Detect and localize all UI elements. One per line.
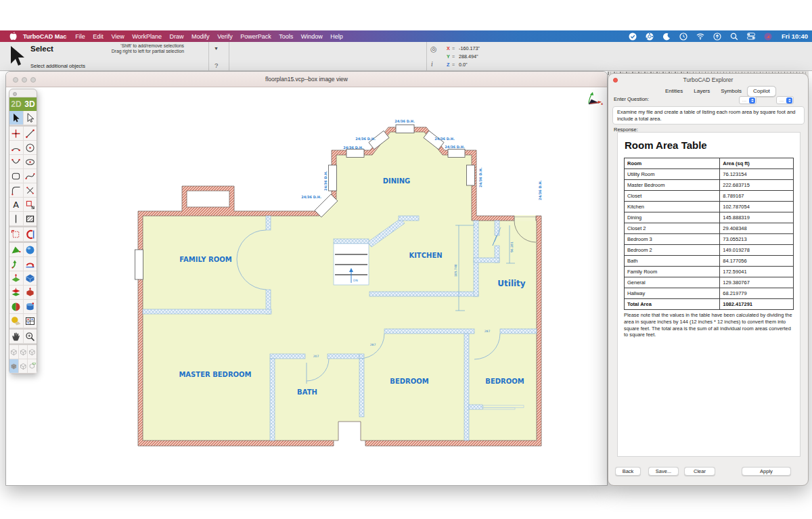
svg-text:A: A (13, 199, 19, 209)
history-popup-button[interactable]: ... (739, 96, 757, 104)
palette-tool-ellipse[interactable] (24, 155, 37, 169)
palette-tool-plus[interactable] (9, 127, 24, 141)
palette-tool-circle[interactable] (24, 141, 37, 155)
palette-tool-cube-blue[interactable] (24, 271, 37, 286)
palette-tool-gray-cube[interactable] (9, 359, 19, 374)
clock-icon[interactable] (679, 32, 687, 41)
menu-item-workplane[interactable]: WorkPlane (132, 33, 162, 40)
menu-item-window[interactable]: Window (301, 33, 323, 40)
compass-icon[interactable]: ◎ (430, 45, 437, 53)
palette-tool-zoom-tool[interactable] (24, 330, 37, 344)
options-popup-button[interactable]: ... (776, 96, 794, 104)
palette-tool-text-tool[interactable]: A (9, 198, 24, 212)
menu-item-powerpack[interactable]: PowerPack (240, 33, 271, 40)
palette-tool-diamonds[interactable] (9, 286, 24, 300)
palette-tool-wire-cube[interactable] (28, 345, 37, 359)
cell-total-label: Total Area (625, 299, 720, 310)
tool-help-button[interactable]: ? (215, 62, 218, 69)
palette-tool-sphere-blue[interactable] (24, 243, 37, 257)
palette-tool-cylinder-blue[interactable] (24, 300, 37, 314)
wifi-icon[interactable] (696, 32, 704, 41)
menu-item-tools[interactable]: Tools (279, 33, 293, 40)
palette-tool-sphere-yellow[interactable] (9, 314, 24, 328)
palette-tool-cursor-filled[interactable] (9, 111, 24, 125)
palette-tool-dimension[interactable] (24, 198, 37, 212)
palette-titlebar[interactable] (9, 89, 37, 97)
explorer-title: TurboCAD Explorer (608, 74, 808, 85)
close-button[interactable] (13, 77, 18, 83)
tool-dropdown-arrow[interactable]: ▼ (214, 46, 219, 51)
assistant-icon[interactable] (764, 32, 772, 41)
menu-item-view[interactable]: View (111, 33, 124, 40)
question-input[interactable]: Examine my file and create a table of li… (612, 106, 805, 125)
palette-tool-wire-cube[interactable] (19, 345, 28, 359)
palette-tool-cross[interactable] (24, 183, 37, 198)
moon-icon[interactable] (662, 32, 671, 41)
svg-text:24/36 D.H.: 24/36 D.H. (478, 167, 482, 187)
palette-tool-wire-cube[interactable] (9, 345, 19, 359)
apple-icon[interactable] (9, 32, 17, 41)
palette-tool-arc[interactable] (9, 141, 24, 155)
palette-tool-hand-tool[interactable] (9, 330, 24, 344)
palette-tool-line[interactable] (24, 127, 37, 141)
palette-tool-arc-red[interactable] (24, 257, 37, 271)
palette-tool-rounded-rect[interactable] (9, 169, 24, 183)
zoom-button[interactable] (30, 77, 36, 83)
menu-item-draw[interactable]: Draw (170, 33, 184, 40)
drawing-canvas[interactable]: DN (6, 87, 607, 485)
cell-area: 76.123154 (720, 169, 794, 180)
palette-tool-pick-rect[interactable] (9, 227, 24, 242)
drawing-window-title: floorplan15.vcp--box image view (6, 76, 607, 83)
palette-tool-fillet[interactable] (9, 183, 24, 198)
svg-text:24/36 D.H.: 24/36 D.H. (445, 145, 465, 149)
menu-item-modify[interactable]: Modify (191, 33, 210, 40)
arrow-up-circle-icon[interactable] (713, 32, 721, 41)
cell-room: Family Room (625, 267, 720, 277)
palette-tool-grid-tool[interactable] (24, 314, 37, 328)
palette-tool-vline[interactable] (9, 212, 24, 226)
palette-tool-tri-3d[interactable] (9, 243, 24, 257)
menu-app-name[interactable]: TurboCAD Mac (23, 33, 66, 40)
svg-text:DN: DN (353, 279, 358, 282)
control-center-icon[interactable] (747, 32, 755, 41)
palette-tool-spline[interactable] (24, 169, 37, 183)
palette-2d-3d-toggle[interactable]: 2D 3D (9, 97, 37, 111)
palette-tool-box-red[interactable] (24, 286, 37, 300)
cell-room: Bedroom 3 (625, 234, 720, 245)
palette-tool-plane-green[interactable] (9, 271, 24, 286)
palette-tool-curve[interactable] (9, 155, 24, 169)
menu-item-verify[interactable]: Verify (217, 33, 233, 40)
clear-button[interactable]: Clear (684, 467, 715, 476)
palette-tool-hatch[interactable] (24, 212, 37, 226)
coord-z: Z=0.0" (447, 62, 468, 68)
palette-close-button[interactable] (13, 92, 17, 96)
tab-symbols[interactable]: Symbols (715, 87, 747, 96)
drawing-window-titlebar[interactable]: floorplan15.vcp--box image view (6, 72, 607, 87)
badge-check-icon[interactable] (629, 32, 637, 41)
minimize-button[interactable] (22, 77, 27, 83)
gauge-icon[interactable] (646, 32, 654, 41)
palette-tool-wire-cube[interactable] (19, 359, 28, 374)
palette-tool-bend-arrow[interactable] (9, 257, 24, 271)
cell-room: Dining (625, 212, 720, 223)
palette-tool-cursor-outline[interactable] (24, 111, 37, 125)
tab-copilot[interactable]: Copilot (747, 86, 776, 97)
menu-item-file[interactable]: File (75, 33, 85, 40)
search-icon[interactable] (730, 32, 738, 41)
palette-tool-rotate-tool[interactable] (24, 227, 37, 242)
palette-2d-label[interactable]: 2D (9, 99, 23, 109)
tab-entities[interactable]: Entities (660, 87, 688, 96)
palette-tool-sphere-rg[interactable] (9, 300, 24, 314)
menu-item-help[interactable]: Help (330, 33, 343, 40)
apply-button[interactable]: Apply (742, 467, 791, 476)
table-total-row: Total Area1082.417291 (625, 299, 794, 310)
cell-area: 8.789167 (720, 191, 794, 202)
back-button[interactable]: Back (615, 467, 641, 476)
info-icon[interactable]: i (431, 61, 433, 68)
palette-tool-dot-cube[interactable] (28, 359, 37, 374)
select-cursor-icon[interactable] (8, 45, 26, 68)
menu-item-edit[interactable]: Edit (93, 33, 104, 40)
palette-3d-label[interactable]: 3D (23, 99, 37, 109)
tab-layers[interactable]: Layers (688, 87, 715, 96)
save-button[interactable]: Save... (648, 467, 679, 476)
